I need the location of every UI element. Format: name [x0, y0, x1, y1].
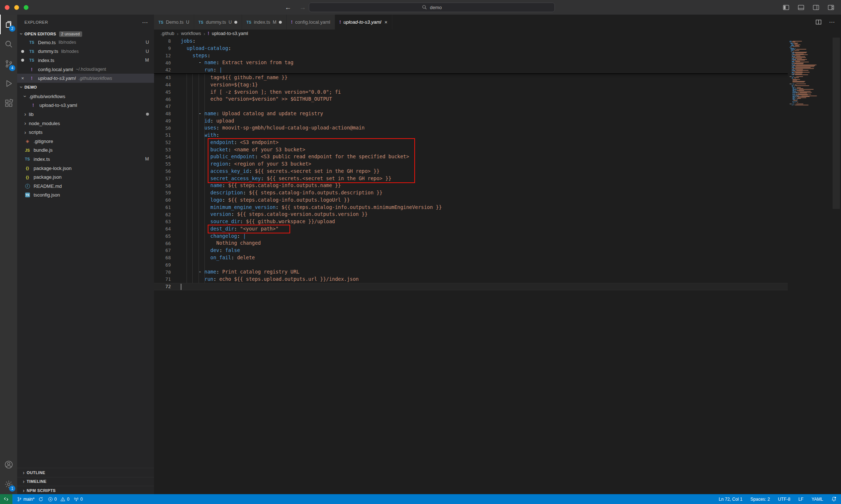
tab-upload-to-s3.yaml[interactable]: !upload-to-s3.yaml×: [335, 15, 392, 30]
toggle-secondary-sidebar-icon[interactable]: [813, 4, 819, 11]
tree-file-row[interactable]: iREADME.md: [17, 182, 154, 191]
tree-folder-row[interactable]: ›node_modules: [17, 119, 154, 128]
customize-layout-icon[interactable]: [827, 4, 834, 11]
remote-indicator[interactable]: [0, 494, 12, 504]
tree-file-row[interactable]: JSbundle.js: [17, 146, 154, 155]
open-editor-row[interactable]: TSDemo.tslib/nodesU: [17, 38, 154, 47]
code-line-51[interactable]: 51 with:: [154, 132, 841, 139]
code-line-67[interactable]: 67 dev: false: [154, 247, 841, 254]
tree-folder-row[interactable]: ›lib: [17, 110, 154, 119]
tab-Demo.ts[interactable]: TSDemo.tsU: [154, 15, 194, 30]
activity-bar-item-settings[interactable]: 1: [0, 474, 17, 494]
code-line-55[interactable]: 55 region: <region of your S3 bucket>: [154, 160, 841, 168]
code-line-62[interactable]: 62 version: ${{ steps.catalog-version.ou…: [154, 211, 841, 218]
tab-config.local.yaml[interactable]: !config.local.yaml: [287, 15, 335, 30]
go-back-icon[interactable]: ←: [285, 4, 291, 11]
code-line-70[interactable]: 70 - name: Print catalog registry URL: [154, 268, 841, 276]
code-line-8[interactable]: 8jobs:: [154, 38, 832, 45]
code-line-12[interactable]: 12 steps:: [154, 52, 832, 59]
git-branch-status[interactable]: main*: [17, 497, 43, 502]
notifications-bell[interactable]: [831, 496, 837, 502]
code-line-56[interactable]: 56 access_key_id: ${{ secrets.<secret se…: [154, 168, 841, 175]
code-line-44[interactable]: 44 version=${tag:1}: [154, 81, 841, 89]
ports-status[interactable]: 0: [74, 497, 83, 502]
code-line-72[interactable]: 72: [154, 283, 841, 290]
sidebar-panel-npm-scripts[interactable]: ›NPM SCRIPTS: [17, 486, 154, 494]
cursor-position[interactable]: Ln 72, Col 1: [719, 497, 742, 502]
breadcrumb-segment[interactable]: .github: [161, 31, 174, 36]
code-line-60[interactable]: 60 logo: ${{ steps.catalog-info.outputs.…: [154, 197, 841, 204]
code-line-57[interactable]: 57 secret_access_key: ${{ secrets.<secre…: [154, 175, 841, 182]
zoom-window-button[interactable]: [24, 5, 28, 10]
open-editor-row[interactable]: TSdummy.tslib/nodesU: [17, 47, 154, 56]
code-line-59[interactable]: 59 description: ${{ steps.catalog-info.o…: [154, 189, 841, 197]
activity-bar-item-source-control[interactable]: 4: [0, 54, 17, 74]
activity-bar-item-account[interactable]: [0, 455, 17, 474]
tree-file-row[interactable]: {}package-lock.json: [17, 164, 154, 173]
code-line-40[interactable]: 40 - name: Extract version from tag: [154, 59, 832, 66]
tree-folder-row[interactable]: ›scripts: [17, 128, 154, 137]
minimap[interactable]: [788, 38, 832, 494]
dirty-indicator[interactable]: [17, 50, 28, 53]
problems-status[interactable]: 0 0: [48, 497, 69, 502]
split-editor-icon[interactable]: [815, 19, 822, 25]
vertical-scrollbar[interactable]: [832, 38, 841, 494]
code-line-50[interactable]: 50 uses: moovit-sp-gmbh/hcloud-catalog-u…: [154, 124, 841, 132]
toggle-panel-icon[interactable]: [798, 4, 804, 11]
tree-file-row[interactable]: TStsconfig.json: [17, 191, 154, 200]
dirty-indicator[interactable]: [17, 59, 28, 62]
open-editor-row[interactable]: !config.local.yaml~/.hcloud/agent: [17, 65, 154, 74]
code-line-9[interactable]: 9 upload-catalog:: [154, 45, 832, 52]
code-line-61[interactable]: 61 minimum_engine_version: ${{ steps.cat…: [154, 204, 841, 211]
code-line-69[interactable]: 69: [154, 261, 841, 269]
code-line-63[interactable]: 63 source_dir: ${{ github.workspace }}/u…: [154, 218, 841, 225]
breadcrumb-segment[interactable]: workflows: [181, 31, 201, 36]
explorer-actions-icon[interactable]: ⋯: [142, 19, 148, 26]
code-line-46[interactable]: 46 echo "version=$version" >> $GITHUB_OU…: [154, 96, 841, 103]
language-mode[interactable]: YAML: [811, 497, 823, 502]
code-line-58[interactable]: 58 name: ${{ steps.catalog-info.outputs.…: [154, 182, 841, 189]
code-line-54[interactable]: 54 public_endpoint: <S3 public read endp…: [154, 153, 841, 160]
sidebar-panel-outline[interactable]: ›OUTLINE: [17, 468, 154, 477]
activity-bar-item-extensions[interactable]: [0, 93, 17, 113]
scrollbar-slider[interactable]: [833, 38, 840, 209]
open-editors-section-header[interactable]: › OPEN EDITORS 2 unsaved: [17, 30, 154, 38]
sidebar-panel-timeline[interactable]: ›TIMELINE: [17, 477, 154, 486]
tree-file-row[interactable]: ◈.gitignore: [17, 137, 154, 146]
code-line-66[interactable]: 66 Nothing changed: [154, 240, 841, 247]
activity-bar-item-explorer[interactable]: 2: [0, 15, 17, 34]
encoding-setting[interactable]: UTF-8: [778, 497, 790, 502]
close-window-button[interactable]: [5, 5, 9, 10]
code-line-47[interactable]: 47: [154, 103, 841, 110]
code-line-42[interactable]: 42 run: |: [154, 66, 832, 74]
code-line-52[interactable]: 52 endpoint: <S3 endpoint>: [154, 139, 841, 146]
workspace-section-header[interactable]: › DEMO: [17, 83, 154, 92]
go-forward-icon[interactable]: →: [299, 4, 306, 11]
code-line-64[interactable]: 64 dest_dir: "<your path>": [154, 225, 841, 233]
code-line-49[interactable]: 49 id: upload: [154, 117, 841, 125]
tree-folder-row[interactable]: ›.github/workflows: [17, 92, 154, 101]
code-line-71[interactable]: 71 run: echo ${{ steps.upload.outputs.ur…: [154, 276, 841, 283]
open-editor-row[interactable]: TSindex.tsM: [17, 56, 154, 65]
close-editor-icon[interactable]: ×: [17, 75, 28, 81]
close-tab-icon[interactable]: ×: [384, 19, 387, 25]
tab-dummy.ts[interactable]: TSdummy.tsU: [194, 15, 242, 30]
code-line-43[interactable]: 43 tag=${{ github.ref_name }}: [154, 74, 841, 81]
activity-bar-item-run-and-debug[interactable]: [0, 74, 17, 93]
code-line-68[interactable]: 68 on_fail: delete: [154, 254, 841, 261]
tab-index.ts[interactable]: TSindex.tsM: [242, 15, 287, 30]
code-editor[interactable]: 43 tag=${{ github.ref_name }}44 version=…: [154, 38, 841, 494]
code-line-65[interactable]: 65 changelog: |: [154, 233, 841, 240]
tree-file-row[interactable]: TSindex.tsM: [17, 155, 154, 164]
more-actions-icon[interactable]: ⋯: [829, 19, 835, 26]
tree-file-row[interactable]: {}package.json: [17, 172, 154, 182]
tree-file-row[interactable]: !upload-to-s3.yaml: [17, 101, 154, 110]
eol-setting[interactable]: LF: [798, 497, 803, 502]
code-line-48[interactable]: 48 - name: Upload catalog and update reg…: [154, 110, 841, 117]
command-center-search[interactable]: demo: [309, 3, 555, 12]
activity-bar-item-search[interactable]: [0, 34, 17, 54]
code-line-53[interactable]: 53 bucket: <name of your S3 bucket>: [154, 146, 841, 154]
indentation-setting[interactable]: Spaces: 2: [750, 497, 770, 502]
toggle-primary-sidebar-icon[interactable]: [783, 4, 790, 11]
minimize-window-button[interactable]: [14, 5, 19, 10]
